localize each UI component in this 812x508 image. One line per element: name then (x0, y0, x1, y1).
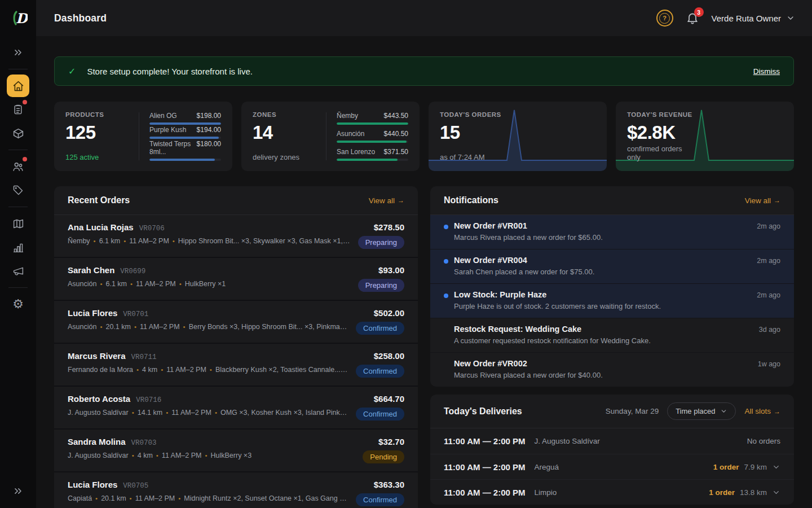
chevrons-right-icon (12, 47, 24, 58)
stat-value: $2.8K (627, 122, 692, 143)
order-row[interactable]: Lucia Flores VR0701 Asunción•20.1 km•11 … (54, 300, 418, 343)
sidebar-expand-button[interactable] (7, 41, 29, 64)
sidebar-divider (8, 150, 28, 150)
list-item: San Lorenzo$371.50 (337, 148, 408, 161)
arrow-right-icon: → (774, 408, 780, 415)
customer-name: Sandra Molina (68, 437, 126, 446)
order-price: $664.70 (374, 394, 404, 404)
order-price: $32.70 (378, 437, 404, 446)
zones-map-icon (12, 218, 24, 230)
all-slots-link[interactable]: All slots → (744, 407, 780, 415)
stat-value: 14 (253, 122, 318, 143)
notification-item[interactable]: New Order #VR002 1w ago Marcus Rivera pl… (430, 352, 794, 387)
slot-distance: 7.9 km (744, 463, 767, 471)
sidebar-item-discounts[interactable] (7, 179, 29, 202)
notification-message: Sarah Chen placed a new order for $75.00… (454, 268, 780, 276)
sidebar-item-orders[interactable] (7, 98, 29, 121)
delivery-slots-list: 11:00 AM — 2:00 PM J. Augusto Saldívar N… (430, 428, 794, 505)
order-zone: J. Augusto Saldívar (68, 452, 129, 459)
notification-count-badge: 3 (694, 7, 704, 17)
sidebar-item-products[interactable] (7, 122, 29, 144)
status-badge: Preparing (358, 236, 404, 249)
order-row[interactable]: Ana Lucia Rojas VR0706 Ñemby•6.1 km•11 A… (54, 215, 418, 257)
arrow-right-icon: → (774, 196, 780, 204)
recent-orders-list: Ana Lucia Rojas VR0706 Ñemby•6.1 km•11 A… (54, 215, 418, 508)
order-row[interactable]: Sandra Molina VR0703 J. Augusto Saldívar… (54, 428, 418, 471)
order-row[interactable]: Lucia Flores VR0705 Capiatá•20.1 km•11 A… (54, 471, 418, 508)
order-row[interactable]: Roberto Acosta VR0716 J. Augusto Saldíva… (54, 386, 418, 428)
list-item: Purple Kush$194.00 (149, 126, 221, 139)
sidebar-item-analytics[interactable] (7, 236, 29, 259)
chevron-down-icon[interactable] (772, 488, 780, 497)
order-window: 11 AM–2 PM (140, 323, 180, 331)
delivery-slot-row[interactable]: 11:00 AM — 2:00 PM Limpio 1 order 13.8 k… (430, 479, 794, 505)
order-details: J. Augusto Saldívar•14.1 km•11 AM–2 PM•O… (68, 409, 348, 417)
order-details: Ñemby•6.1 km•11 AM–2 PM•Hippo Shroom Bit… (68, 237, 350, 245)
customer-name: Lucia Flores (68, 480, 117, 489)
order-zone: Asunción (68, 280, 96, 288)
todays-revenue-stat-card[interactable]: TODAY'S REVENUE $2.8K confirmed orders o… (616, 102, 794, 171)
help-button[interactable]: ? (656, 10, 673, 27)
sidebar-item-customers[interactable] (7, 155, 29, 178)
notification-time: 2m ago (757, 291, 780, 299)
top-products-list: Alien OG$198.00 Purple Kush$194.00 Twist… (149, 111, 221, 161)
unread-dot-icon (444, 294, 448, 298)
setup-complete-banner: ✓ Store setup complete! Your storefront … (54, 56, 794, 86)
notifications-panel: Notifications View all → (430, 186, 794, 387)
user-menu[interactable]: Verde Ruta Owner (712, 14, 795, 23)
order-row[interactable]: Sarah Chen VR0699 Asunción•6.1 km•11 AM–… (54, 257, 418, 300)
sort-dropdown[interactable]: Time placed (667, 402, 736, 420)
sidebar-item-marketing[interactable] (7, 260, 29, 282)
delivery-slot-row[interactable]: 11:00 AM — 2:00 PM Areguá 1 order 7.9 km (430, 454, 794, 479)
notification-item[interactable]: Low Stock: Purple Haze 2m ago Purple Haz… (430, 283, 794, 318)
products-box-icon (12, 128, 24, 139)
order-items: Berry Bonds ×3, Hippo Shroom Bit... ×3, … (189, 323, 348, 331)
order-window: 11 AM–2 PM (171, 409, 211, 417)
unread-dot-icon (444, 225, 448, 229)
panel-title: Today's Deliveries (444, 406, 522, 417)
sidebar-expand-button-bottom[interactable] (7, 480, 29, 502)
notifications-button[interactable]: 3 (686, 11, 699, 25)
product-name: Twisted Terps 8ml... (149, 140, 197, 156)
sidebar-item-settings[interactable]: ⚙ (7, 293, 29, 316)
order-id: VR0716 (136, 396, 161, 404)
sidebar-divider (8, 287, 28, 288)
marketing-megaphone-icon (12, 265, 24, 277)
stat-subtext: 125 active (65, 153, 131, 161)
slot-zone: J. Augusto Saldívar (535, 437, 600, 445)
todays-orders-stat-card[interactable]: TODAY'S ORDERS 15 as of 7:24 AM (429, 102, 607, 171)
view-all-orders-link[interactable]: View all → (369, 196, 404, 205)
products-stat-card[interactable]: PRODUCTS 125 125 active Alien OG$198.00 (54, 102, 232, 171)
stat-label: TODAY'S ORDERS (440, 111, 505, 118)
order-distance: 6.1 km (99, 237, 121, 245)
view-all-notifications-link[interactable]: View all → (745, 196, 780, 205)
zone-name: Ñemby (337, 112, 358, 120)
app-logo[interactable]: D (0, 0, 36, 36)
slot-distance: 13.8 km (740, 488, 767, 497)
dismiss-button[interactable]: Dismiss (753, 67, 780, 76)
status-badge: Preparing (358, 279, 404, 292)
stat-label: PRODUCTS (65, 111, 131, 118)
notification-message: Purple Haze is out of stock. 2 customers… (454, 302, 780, 310)
chevron-down-icon[interactable] (772, 463, 780, 471)
delivery-slot-row[interactable]: 11:00 AM — 2:00 PM J. Augusto Saldívar N… (430, 428, 794, 454)
notification-message: A customer requested restock notificatio… (454, 336, 780, 345)
order-price: $258.00 (374, 351, 404, 361)
order-row[interactable]: Marcus Rivera VR0711 Fernando de la Mora… (54, 343, 418, 386)
notification-item[interactable]: Restock Request: Wedding Cake 3d ago A c… (430, 318, 794, 352)
order-count: 1 order (713, 463, 739, 471)
order-distance: 6.1 km (105, 280, 127, 288)
sidebar-item-zones[interactable] (7, 212, 29, 235)
zones-stat-card[interactable]: ZONES 14 delivery zones Ñemby$443.50 Asu (241, 102, 420, 171)
settings-gear-icon: ⚙ (12, 298, 24, 310)
notification-item[interactable]: New Order #VR001 2m ago Marcus Rivera pl… (430, 215, 794, 249)
order-price: $502.00 (374, 308, 404, 318)
sidebar-item-home[interactable] (7, 75, 29, 97)
notification-title: New Order #VR001 (454, 221, 527, 230)
progress-fill (337, 159, 398, 161)
notification-item[interactable]: New Order #VR004 2m ago Sarah Chen place… (430, 249, 794, 283)
product-price: $194.00 (197, 126, 221, 134)
order-price: $278.50 (374, 222, 404, 232)
stat-subtext: confirmed orders only (627, 144, 692, 161)
stat-subtext: delivery zones (253, 153, 318, 161)
